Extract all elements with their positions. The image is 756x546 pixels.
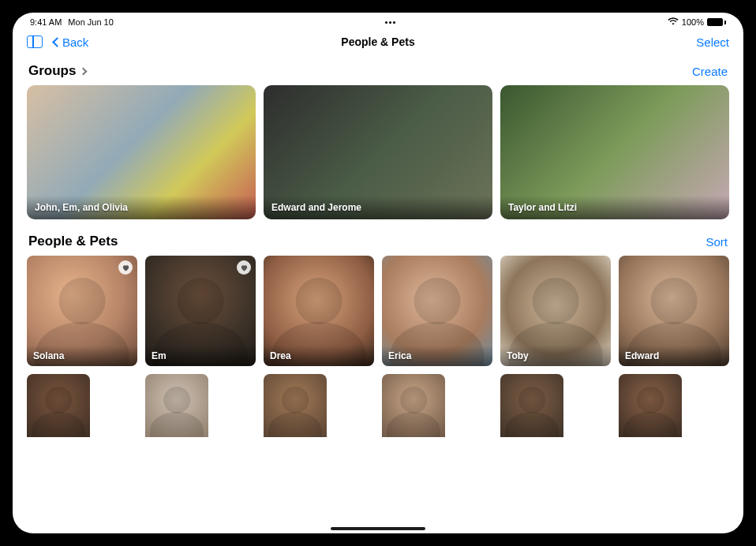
- back-button[interactable]: Back: [54, 36, 88, 49]
- person-tile[interactable]: [27, 374, 90, 437]
- person-name: Solana: [27, 346, 137, 366]
- sidebar-toggle-icon[interactable]: [27, 36, 43, 48]
- people-pets-section-header: People & Pets: [28, 234, 118, 249]
- wifi-icon: [668, 17, 679, 27]
- person-name: Edward: [619, 346, 729, 366]
- person-tile-em[interactable]: Em: [145, 256, 256, 366]
- person-name: Drea: [264, 346, 374, 366]
- create-group-button[interactable]: Create: [692, 65, 728, 78]
- group-label: Edward and Jerome: [264, 196, 492, 219]
- sort-button[interactable]: Sort: [705, 235, 728, 249]
- person-name: Em: [145, 346, 256, 366]
- page-title: People & Pets: [341, 36, 414, 48]
- content-scroll[interactable]: Groups Create John, Em, and Olivia Edwar…: [13, 55, 743, 533]
- status-bar: 9:41 AM Mon Jun 10 100%: [13, 13, 743, 28]
- nav-bar: Back People & Pets Select: [13, 28, 743, 55]
- status-time: 9:41 AM: [30, 17, 62, 27]
- groups-title: Groups: [28, 63, 76, 79]
- multitask-indicator-icon[interactable]: [379, 21, 402, 24]
- person-tile-edward[interactable]: Edward: [619, 256, 729, 366]
- home-indicator[interactable]: [331, 527, 425, 530]
- person-tile-toby[interactable]: Toby: [500, 256, 611, 366]
- people-pets-title: People & Pets: [28, 234, 118, 249]
- person-tile[interactable]: [619, 374, 682, 437]
- group-card[interactable]: Edward and Jerome: [264, 85, 492, 219]
- person-tile-drea[interactable]: Drea: [264, 256, 374, 366]
- person-tile[interactable]: [382, 374, 445, 437]
- battery-percent: 100%: [682, 17, 704, 27]
- person-name: Toby: [500, 346, 611, 366]
- chevron-left-icon: [52, 37, 62, 47]
- person-name: Erica: [382, 346, 492, 366]
- group-label: John, Em, and Olivia: [27, 196, 256, 219]
- person-tile-erica[interactable]: Erica: [382, 256, 492, 366]
- favorite-heart-icon[interactable]: [237, 260, 251, 275]
- status-date: Mon Jun 10: [68, 17, 113, 27]
- group-label: Taylor and Litzi: [500, 196, 729, 219]
- groups-section-header[interactable]: Groups: [28, 63, 86, 79]
- person-tile[interactable]: [264, 374, 327, 437]
- group-card[interactable]: Taylor and Litzi: [500, 85, 729, 219]
- group-card[interactable]: John, Em, and Olivia: [27, 85, 256, 219]
- person-tile[interactable]: [500, 374, 563, 437]
- back-label: Back: [62, 36, 88, 49]
- person-tile-solana[interactable]: Solana: [27, 256, 137, 366]
- favorite-heart-icon[interactable]: [118, 260, 133, 275]
- select-button[interactable]: Select: [696, 36, 729, 49]
- chevron-right-icon: [80, 67, 88, 75]
- battery-icon: [707, 18, 726, 26]
- person-tile[interactable]: [145, 374, 208, 437]
